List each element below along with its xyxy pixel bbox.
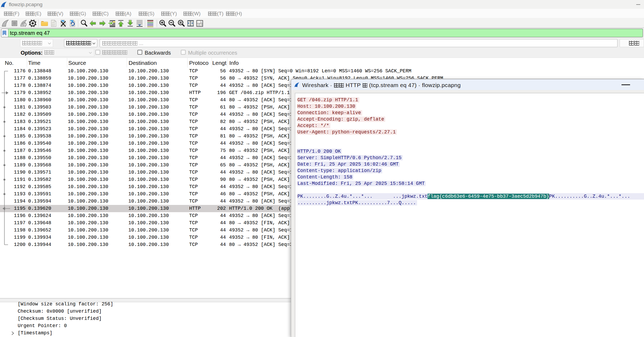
svg-text:3: 3 <box>201 24 202 26</box>
svg-text:2: 2 <box>198 24 199 26</box>
svg-text:1: 1 <box>200 21 202 23</box>
svg-text:0111: 0111 <box>52 25 55 27</box>
